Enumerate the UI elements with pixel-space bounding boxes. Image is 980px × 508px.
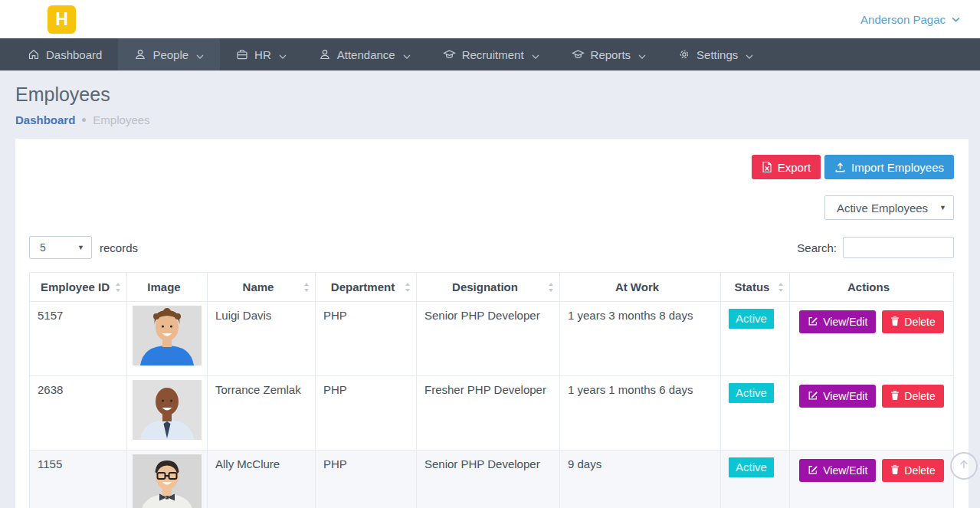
status-badge: Active bbox=[729, 383, 774, 403]
column-header-department[interactable]: Department bbox=[316, 273, 417, 302]
chevron-down-icon bbox=[746, 48, 753, 61]
department-cell: PHP bbox=[316, 451, 417, 508]
view-edit-button[interactable]: View/Edit bbox=[799, 459, 876, 482]
sort-icon bbox=[115, 282, 121, 292]
select-caret-icon: ▼ bbox=[939, 204, 946, 211]
sort-icon bbox=[303, 282, 310, 292]
employee-image-cell bbox=[127, 451, 208, 508]
user-icon bbox=[134, 48, 146, 61]
at-work-cell: 1 years 1 months 6 days bbox=[560, 376, 721, 451]
view-edit-button[interactable]: View/Edit bbox=[799, 310, 876, 333]
edit-pencil-icon bbox=[808, 316, 818, 329]
employee-name-cell: Luigi Davis bbox=[208, 302, 316, 376]
column-header-name[interactable]: Name bbox=[208, 273, 316, 302]
table-row: 5157 Luigi Davis PHP Senior PHP Develope… bbox=[30, 302, 954, 376]
status-cell: Active bbox=[721, 376, 790, 451]
nav-item-reports[interactable]: Reports bbox=[556, 38, 663, 70]
trash-icon bbox=[890, 464, 900, 477]
gear-icon bbox=[678, 48, 690, 61]
import-employees-button[interactable]: Import Employees bbox=[824, 155, 954, 179]
column-header-image: Image bbox=[127, 273, 208, 302]
status-cell: Active bbox=[721, 451, 790, 508]
breadcrumb-dashboard-link[interactable]: Dashboard bbox=[15, 113, 75, 126]
search-control: Search: bbox=[797, 237, 954, 258]
app-logo[interactable]: H bbox=[48, 5, 76, 34]
designation-cell: Fresher PHP Developer bbox=[417, 376, 560, 451]
main-nav: Dashboard People HR Attendance Recruitme… bbox=[0, 38, 980, 70]
chevron-down-icon bbox=[196, 48, 204, 61]
employee-filter-select[interactable]: Active Employees ▼ bbox=[824, 195, 954, 220]
department-cell: PHP bbox=[316, 376, 417, 451]
employee-id-cell: 5157 bbox=[30, 302, 127, 376]
toolbar: Export Import Employees bbox=[29, 155, 954, 179]
search-label: Search: bbox=[797, 241, 837, 254]
upload-icon bbox=[834, 162, 846, 173]
breadcrumb-current: Employees bbox=[93, 113, 149, 126]
breadcrumb-separator bbox=[82, 118, 86, 122]
records-control: 5 ▼ records bbox=[29, 236, 138, 259]
nav-item-settings[interactable]: Settings bbox=[662, 38, 769, 70]
actions-cell: View/Edit Delete bbox=[790, 302, 954, 376]
column-header-employee-id[interactable]: Employee ID bbox=[30, 273, 127, 302]
home-icon bbox=[28, 48, 40, 61]
nav-item-label: Dashboard bbox=[46, 48, 102, 61]
column-header-designation[interactable]: Designation bbox=[417, 273, 560, 302]
records-count-select[interactable]: 5 ▼ bbox=[29, 236, 92, 259]
table-row: 1155 Ally McClure PHP Senior PHP Develop… bbox=[30, 451, 954, 508]
at-work-cell: 9 days bbox=[560, 451, 721, 508]
chevron-down-icon bbox=[403, 48, 411, 61]
breadcrumb: Dashboard Employees bbox=[15, 113, 965, 126]
status-cell: Active bbox=[721, 302, 790, 376]
user-menu[interactable]: Anderson Pagac bbox=[860, 13, 960, 26]
nav-item-dashboard[interactable]: Dashboard bbox=[11, 38, 118, 70]
filter-row: Active Employees ▼ bbox=[29, 195, 954, 220]
page-title: Employees bbox=[15, 84, 965, 106]
column-header-actions: Actions bbox=[790, 273, 954, 302]
delete-button[interactable]: Delete bbox=[882, 310, 943, 333]
scroll-to-top-button[interactable] bbox=[950, 452, 978, 480]
status-badge: Active bbox=[729, 309, 774, 329]
briefcase-icon bbox=[236, 48, 248, 61]
nav-item-label: People bbox=[152, 48, 188, 61]
table-controls: 5 ▼ records Search: bbox=[29, 236, 954, 259]
nav-item-hr[interactable]: HR bbox=[220, 38, 303, 70]
records-label: records bbox=[100, 241, 138, 254]
nav-item-label: Recruitment bbox=[462, 48, 524, 61]
at-work-cell: 1 years 3 months 8 days bbox=[560, 302, 721, 376]
export-button[interactable]: Export bbox=[752, 155, 821, 179]
table-row: 2638 Torrance Zemlak PHP Fresher PHP Dev… bbox=[30, 376, 954, 451]
department-cell: PHP bbox=[316, 302, 417, 376]
nav-item-people[interactable]: People bbox=[118, 38, 220, 70]
sort-icon bbox=[405, 282, 411, 292]
column-header-at-work: At Work bbox=[560, 273, 721, 302]
employees-table: Employee ID Image Name Department bbox=[29, 272, 954, 508]
employees-card: Export Import Employees Active Employees… bbox=[15, 139, 969, 508]
employee-avatar bbox=[133, 503, 202, 508]
nav-item-label: Reports bbox=[591, 48, 631, 61]
employee-image-cell bbox=[127, 376, 208, 451]
designation-cell: Senior PHP Developer bbox=[417, 451, 560, 508]
employee-avatar bbox=[133, 355, 202, 368]
nav-item-label: Attendance bbox=[337, 48, 395, 61]
designation-cell: Senior PHP Developer bbox=[417, 302, 560, 376]
employee-avatar bbox=[133, 429, 202, 442]
employee-name-cell: Ally McClure bbox=[208, 451, 316, 508]
search-input[interactable] bbox=[843, 237, 954, 258]
delete-button[interactable]: Delete bbox=[882, 385, 943, 408]
graduation-cap-icon bbox=[572, 48, 585, 61]
chevron-down-icon bbox=[532, 48, 539, 61]
view-edit-button[interactable]: View/Edit bbox=[799, 385, 876, 408]
delete-button[interactable]: Delete bbox=[882, 459, 943, 482]
arrow-up-icon bbox=[957, 457, 971, 474]
page-header: Employees Dashboard Employees bbox=[0, 70, 980, 139]
edit-pencil-icon bbox=[808, 464, 818, 477]
edit-pencil-icon bbox=[808, 390, 818, 403]
employee-id-cell: 1155 bbox=[30, 451, 127, 508]
nav-item-label: HR bbox=[254, 48, 271, 61]
user-icon bbox=[319, 48, 331, 61]
excel-file-icon bbox=[762, 161, 772, 173]
nav-item-recruitment[interactable]: Recruitment bbox=[427, 38, 556, 70]
nav-item-attendance[interactable]: Attendance bbox=[303, 38, 427, 70]
column-header-status[interactable]: Status bbox=[721, 273, 790, 302]
nav-item-label: Settings bbox=[696, 48, 738, 61]
